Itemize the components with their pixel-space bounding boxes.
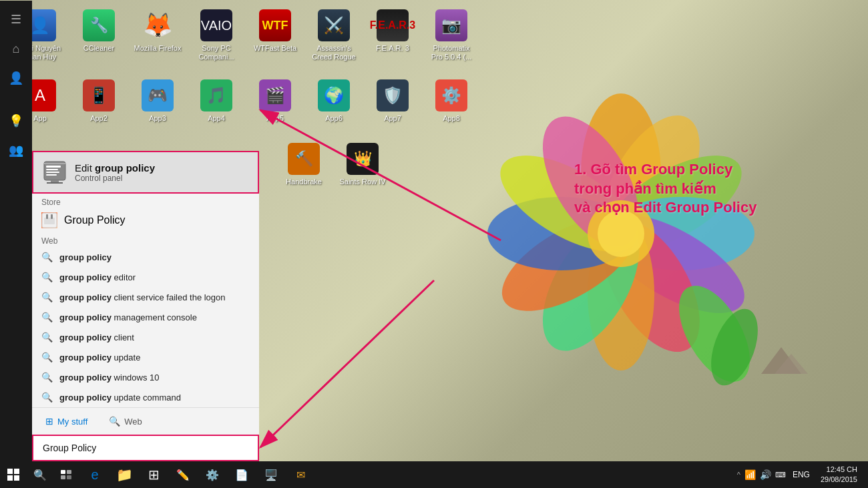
desktop-icon-handbrake[interactable]: 🔨 Handbrake <box>277 140 331 189</box>
taskbar-app-mail[interactable]: ✉ <box>286 461 315 488</box>
svg-marker-16 <box>761 347 801 374</box>
desktop-icon-r6[interactable]: 🌍 App6 <box>307 77 361 126</box>
lang-indicator[interactable]: ENG <box>790 470 813 479</box>
web-item-6-text: group policy windows 10 <box>59 373 160 383</box>
desktop-icon-sony[interactable]: VAIO Sony PC Compani... <box>190 7 243 64</box>
desktop-icon-r8[interactable]: ⚙️ App8 <box>425 77 478 126</box>
taskbar-app-cmd[interactable]: 🖥️ <box>256 461 286 488</box>
web-item-6[interactable]: 🔍 group policy windows 10 <box>32 367 259 387</box>
top-result-bold: group policy <box>95 162 155 174</box>
top-result-prefix: Edit <box>75 162 95 174</box>
svg-rect-38 <box>67 470 71 474</box>
svg-rect-29 <box>51 214 53 219</box>
system-clock[interactable]: 12:45 CH 29/08/2015 <box>815 465 863 485</box>
start-button[interactable] <box>0 461 27 488</box>
annotation-line1: 1. Gõ tìm Group Policy <box>574 160 828 180</box>
svg-rect-20 <box>46 166 61 168</box>
desktop-icon-fear3[interactable]: F.E.A.R.3 F.E.A.R. 3 <box>366 7 419 64</box>
tab-my-stuff[interactable]: ⊞ My stuff <box>41 413 91 429</box>
taskbar-app-explorer[interactable]: 📁 <box>110 461 139 488</box>
desktop-icon-wtfast[interactable]: WTF WTFast Beta <box>248 7 302 64</box>
svg-rect-25 <box>47 182 63 184</box>
desktop-icon-assassins[interactable]: ⚔️ Assassin's Creed Rogue <box>307 7 361 64</box>
desktop-icon-r5[interactable]: 🎬 App5 <box>248 77 302 126</box>
taskbar-app-store[interactable]: ⊞ <box>139 461 168 488</box>
desktop-icon-ccleaner[interactable]: 🔧 CCleaner <box>72 7 126 64</box>
desktop-icon-r1-label: App <box>33 114 47 123</box>
web-item-3[interactable]: 🔍 group policy management console <box>32 307 259 327</box>
desktop-icon-photomatix[interactable]: 📷 Photomatix Pro 5.0.4 (... <box>425 7 478 64</box>
desktop-icon-r7-label: App7 <box>384 114 401 123</box>
search-input-box[interactable] <box>32 435 259 461</box>
desktop: 👤 Thái Nguyên Phan Huy 🔧 CCleaner 🦊 Mozi… <box>0 0 868 488</box>
web-item-7[interactable]: 🔍 group policy update command <box>32 387 259 407</box>
taskbar-search-button[interactable]: 🔍 <box>27 461 53 488</box>
web-item-0[interactable]: 🔍 group policy <box>32 247 259 267</box>
taskbar-right: ^ 📶 🔊 ⌨ ENG 12:45 CH 29/08/2015 <box>737 461 868 488</box>
taskbar-app-notepad[interactable]: 📄 <box>227 461 256 488</box>
tray-volume[interactable]: 🔊 <box>760 469 771 480</box>
desktop-icon-r2[interactable]: 📱 App2 <box>72 77 126 126</box>
annotation-line2: trong phần tìm kiếm <box>574 180 828 199</box>
svg-rect-40 <box>67 475 71 479</box>
start-sidebar: ☰ ⌂ 👤 💡 👥 <box>0 1 32 461</box>
store-group-policy[interactable]: Group Policy <box>32 208 259 232</box>
top-result-subtitle: Control panel <box>75 174 155 183</box>
desktop-icon-r7[interactable]: 🛡️ App7 <box>366 77 419 126</box>
desktop-icons-row2: A App 📱 App2 🎮 App3 🎵 App4 🎬 Ap <box>13 77 478 126</box>
store-item-icon <box>41 212 57 228</box>
desktop-icon-assassins-label: Assassin's Creed Rogue <box>310 44 358 61</box>
tray-keyboard[interactable]: ⌨ <box>775 471 786 479</box>
sidebar-user-icon[interactable]: 👤 <box>3 65 29 91</box>
sidebar-people-icon[interactable]: 👥 <box>3 137 29 164</box>
search-input[interactable] <box>43 443 248 453</box>
svg-rect-34 <box>14 469 19 474</box>
svg-rect-23 <box>46 174 57 176</box>
desktop-icon-r4-label: App4 <box>208 114 225 123</box>
desktop-icon-firefox[interactable]: 🦊 Mozilla Firefox <box>131 7 184 64</box>
desktop-icons-extra: 🔨 Handbrake 👑 Saints Row IV <box>277 140 411 189</box>
svg-rect-24 <box>51 180 59 182</box>
taskbar-app-pen[interactable]: ✏️ <box>168 461 198 488</box>
sidebar-home-icon[interactable]: ⌂ <box>3 35 29 62</box>
svg-rect-28 <box>46 214 48 219</box>
desktop-icon-saints[interactable]: 👑 Saints Row IV <box>336 140 389 189</box>
search-icon-2: 🔍 <box>41 292 53 302</box>
annotation-line3: và chọn Edit Group Policy <box>574 198 828 218</box>
desktop-icon-r4[interactable]: 🎵 App4 <box>190 77 243 126</box>
sidebar-menu-icon[interactable]: ☰ <box>3 6 29 33</box>
web-item-5[interactable]: 🔍 group policy update <box>32 347 259 367</box>
svg-point-15 <box>702 302 767 391</box>
task-view-button[interactable] <box>53 461 80 488</box>
desktop-icon-r3-label: App3 <box>149 114 166 123</box>
tray-network[interactable]: 📶 <box>744 469 756 480</box>
desktop-icon-photomatix-label: Photomatix Pro 5.0.4 (... <box>427 44 475 61</box>
web-item-2[interactable]: 🔍 group policy client service failed the… <box>32 287 259 307</box>
windows-icon: ⊞ <box>45 416 53 427</box>
tray-chevron[interactable]: ^ <box>737 471 740 479</box>
taskbar-app-edge[interactable]: e <box>80 461 110 488</box>
svg-rect-39 <box>61 475 65 479</box>
system-tray: ^ 📶 🔊 ⌨ ENG <box>737 469 813 480</box>
search-icon-1: 🔍 <box>41 272 53 282</box>
web-item-0-text: group policy <box>59 252 112 262</box>
taskbar: 🔍 e 📁 ⊞ ✏️ ⚙️ 📄 🖥️ ✉ ^ 📶 🔊 ⌨ ENG <box>0 461 868 488</box>
web-item-3-text: group policy management console <box>59 312 197 322</box>
desktop-icon-ccleaner-label: CCleaner <box>83 44 114 53</box>
web-item-1[interactable]: 🔍 group policy editor <box>32 267 259 287</box>
web-item-7-text: group policy update command <box>59 393 181 403</box>
svg-rect-22 <box>46 172 59 173</box>
annotation-text: 1. Gõ tìm Group Policy trong phần tìm ki… <box>574 160 828 218</box>
web-item-5-text: group policy update <box>59 352 140 362</box>
sidebar-bulb-icon[interactable]: 💡 <box>3 107 29 134</box>
search-icon-6: 🔍 <box>41 372 53 383</box>
top-result[interactable]: Edit group policy Control panel <box>32 151 259 194</box>
web-item-4[interactable]: 🔍 group policy client <box>32 327 259 347</box>
tab-web[interactable]: 🔍 Web <box>105 413 146 429</box>
svg-rect-37 <box>61 470 65 474</box>
top-result-title: Edit group policy <box>75 162 155 174</box>
taskbar-app-settings[interactable]: ⚙️ <box>198 461 227 488</box>
desktop-icon-r3[interactable]: 🎮 App3 <box>131 77 184 126</box>
svg-line-32 <box>260 280 434 447</box>
web-label-tab: Web <box>124 417 142 427</box>
